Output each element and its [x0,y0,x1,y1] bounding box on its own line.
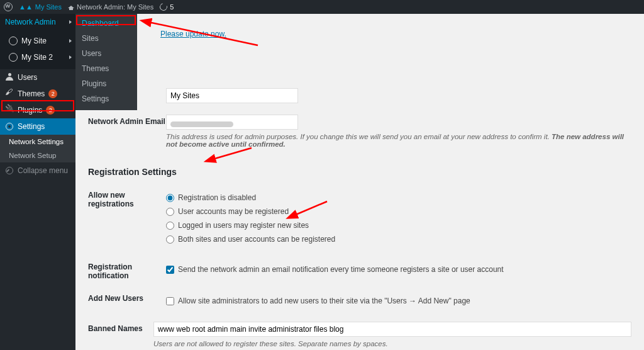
radio-label: Logged in users may register new sites [178,221,309,230]
checkbox-label: Send the network admin an email notifica… [178,265,504,274]
admin-email-desc: This address is used for admin purposes.… [166,133,631,148]
admin-email-label: Network Admin Email [88,115,166,126]
sites-icon: ▲▲ [19,3,33,11]
wordpress-icon [9,53,18,62]
radio-reg-both[interactable] [166,235,174,244]
sidebar-label: My Site [21,37,47,45]
row-network-title: Network Title [88,88,631,103]
network-admin-label: Network Admin [5,18,56,26]
wp-logo-menu[interactable] [4,3,13,11]
banned-desc: Users are not allowed to register these … [153,340,631,347]
submenu-network-setup[interactable]: Network Setup [0,149,75,162]
person-icon [5,73,14,82]
admin-sidebar: Network Admin My Site My Site 2 Users Th… [0,14,75,350]
network-admin-flyout: Dashboard Sites Users Themes Plugins Set… [75,14,137,110]
sidebar-label: Settings [18,122,45,131]
flyout-sites[interactable]: Sites [75,31,137,46]
adminbar-network[interactable]: Network Admin: My Sites [68,3,153,11]
reg-notif-label: Registration notification [88,260,166,280]
redacted-email [170,121,233,127]
adminbar-updates[interactable]: 5 [160,3,174,11]
add-users-label: Add New Users [88,291,166,303]
flyout-settings[interactable]: Settings [75,91,137,106]
flyout-dashboard[interactable]: Dashboard [75,16,137,31]
sidebar-label: Plugins [18,106,42,115]
radio-label: Registration is disabled [178,193,256,202]
sidebar-my-site[interactable]: My Site [0,33,75,49]
sidebar-label: Themes [18,89,45,98]
adminbar-network-label: Network Admin: My Sites [77,3,153,11]
wordpress-icon [9,37,18,45]
sidebar-settings[interactable]: Settings [0,118,75,135]
update-now-link[interactable]: Please update now. [160,30,226,38]
chevron-right-icon [69,39,72,43]
radio-label: Both sites and user accounts can be regi… [178,235,335,244]
registration-settings-heading: Registration Settings [88,167,631,177]
banned-names-label: Banned Names [88,322,153,333]
radio-reg-users[interactable] [166,208,174,216]
sidebar-my-site-2[interactable]: My Site 2 [0,49,75,65]
checkbox-add-users[interactable] [166,297,174,305]
update-badge: 2 [48,89,57,98]
wordpress-icon [4,3,13,11]
row-admin-email: Network Admin Email This address is used… [88,115,631,148]
main-content: Please update now. Op Network Title Netw… [75,14,644,350]
adminbar-updates-count: 5 [170,3,174,11]
admin-bar: ▲▲ My Sites Network Admin: My Sites 5 [0,0,644,14]
allow-reg-label: Allow new registrations [88,188,166,208]
sidebar-settings-submenu: Network Settings Network Setup [0,135,75,162]
flyout-themes[interactable]: Themes [75,61,137,76]
sidebar-plugins[interactable]: Plugins 2 [0,102,75,118]
sidebar-users[interactable]: Users [0,69,75,86]
gear-icon [5,122,14,131]
row-banned-names: Banned Names Users are not allowed to re… [88,322,631,347]
refresh-icon [158,2,169,12]
home-icon [68,4,74,10]
chevron-right-icon [69,20,72,24]
adminbar-mysites[interactable]: ▲▲ My Sites [19,3,62,11]
plug-icon [5,106,14,115]
brush-icon [5,89,14,98]
collapse-icon [5,166,14,175]
submenu-network-settings[interactable]: Network Settings [0,135,75,149]
sidebar-label: Collapse menu [18,166,68,175]
checkbox-reg-notif[interactable] [166,266,174,274]
network-title-input[interactable] [166,88,298,103]
banned-names-input[interactable] [153,322,631,337]
radio-label: User accounts may be registered [178,207,289,216]
radio-reg-sites[interactable] [166,222,174,230]
flyout-plugins[interactable]: Plugins [75,76,137,91]
sidebar-network-admin[interactable]: Network Admin [0,14,75,30]
row-reg-notification: Registration notification Send the netwo… [88,260,631,280]
sidebar-label: Users [18,73,37,82]
adminbar-mysites-label: My Sites [35,3,62,11]
row-add-users: Add New Users Allow site administrators … [88,291,631,310]
flyout-users[interactable]: Users [75,46,137,61]
row-allow-registrations: Allow new registrations Registration is … [88,188,631,249]
chevron-right-icon [69,55,72,59]
checkbox-label: Allow site administrators to add new use… [178,296,470,305]
radio-reg-disabled[interactable] [166,194,174,202]
update-badge: 2 [46,106,55,115]
sidebar-label: My Site 2 [21,53,53,62]
sidebar-themes[interactable]: Themes 2 [0,86,75,102]
sidebar-collapse[interactable]: Collapse menu [0,162,75,179]
